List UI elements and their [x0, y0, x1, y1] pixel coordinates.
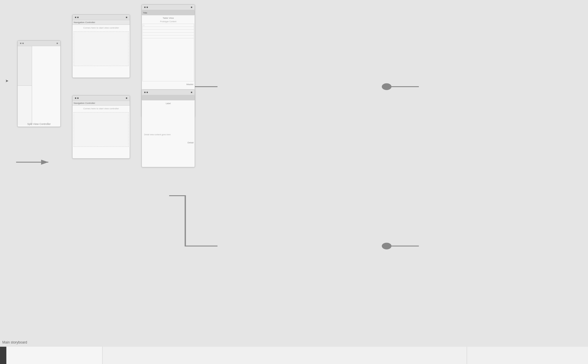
nav-master-sublabel: Comes here to start view controller: [83, 27, 119, 29]
entry-arrow-icon: ➤: [5, 78, 9, 83]
master-prototype-label: Prototype Content: [142, 20, 195, 23]
table-row-3: [143, 30, 194, 33]
storyboard-canvas[interactable]: ➤ ■ ■ ■ Split: [0, 0, 588, 347]
detail-label-text: Label: [142, 101, 195, 106]
master-label: Master: [142, 82, 195, 87]
canvas-background: ➤ ■ ■ ■ Split: [0, 0, 588, 347]
table-row-5: [143, 35, 194, 38]
nav-master-header: ■ ■ ■: [72, 15, 130, 20]
nav-detail-bar: Navigation Controller: [72, 101, 130, 106]
nav-master-bar: Navigation Controller: [72, 20, 130, 25]
detail-vc-content: Detail view content goes here: [144, 134, 192, 136]
editor-area: ‹ › AppDelegate.cs はじめに Main.storyboard …: [103, 14, 467, 364]
table-row-1: ›: [143, 24, 194, 27]
detail-title-bar: [142, 95, 195, 100]
nav-detail-header: ■ ■ ■: [72, 95, 130, 101]
master-table-view-label: Table View: [142, 16, 195, 20]
master-title-bar: Title: [142, 10, 195, 15]
canvas-label: Main storyboard: [2, 340, 27, 344]
master-vc-header: ■ ■ ■: [142, 5, 195, 10]
detail-vc-header: ■ ■ ■: [142, 90, 195, 95]
nav-controller-master[interactable]: ■ ■ ■ Navigation Controller Comes here t…: [72, 14, 130, 78]
svg-point-4: [382, 243, 391, 249]
detail-label: Detail: [142, 140, 195, 145]
split-view-label: Split View Controller: [18, 123, 60, 125]
nav-detail-sublabel: Comes here to start view controller: [83, 107, 119, 110]
svg-point-3: [382, 83, 391, 90]
table-row-4: [143, 33, 194, 35]
main-layout: 📁 ソリューション ▣ ✕ ◈ ≡ ⊕ ⌥ ⚙ ▼ 📦 testDetail: [0, 14, 588, 364]
nav-controller-detail[interactable]: ■ ■ ■ Navigation Controller Comes here t…: [72, 95, 130, 159]
table-row-2: [143, 27, 194, 30]
split-vc-header: ■ ■ ■: [18, 41, 60, 46]
detail-view-vc[interactable]: ■ ■ ■ Label Detail view content goes her…: [142, 89, 195, 167]
split-view-controller[interactable]: ■ ■ ■ Split View Controller: [17, 40, 61, 127]
